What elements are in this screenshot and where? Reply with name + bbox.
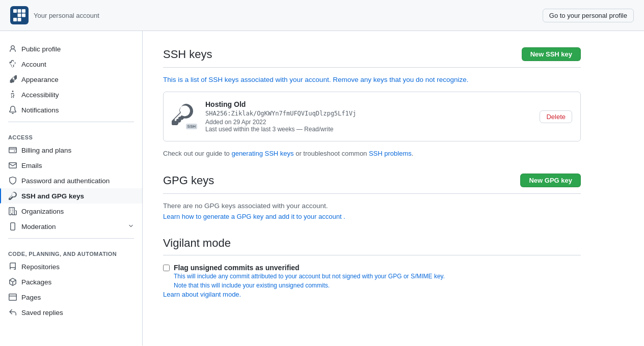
key-name: Hosting Old (205, 100, 531, 108)
chevron-down-icon (128, 223, 134, 230)
ssh-helper-text: Check out our guide to generating SSH ke… (163, 150, 581, 157)
svg-rect-5 (22, 14, 25, 17)
svg-rect-0 (13, 9, 17, 13)
vigilant-desc-line2: Note that this will include your existin… (174, 281, 445, 290)
key-icon (8, 191, 17, 200)
generating-ssh-keys-link[interactable]: generating SSH keys (231, 150, 293, 157)
helper-text-mid: or troubleshoot common (294, 150, 369, 157)
sidebar-item-label: SSH and GPG keys (21, 192, 84, 200)
ssh-section-header: SSH keys New SSH key (163, 47, 581, 61)
sidebar-item-public-profile[interactable]: Public profile (0, 41, 142, 56)
svg-rect-1 (18, 9, 21, 13)
access-section-label: Access (0, 126, 142, 142)
sidebar-item-saved-replies[interactable]: Saved replies (0, 305, 142, 320)
sidebar-item-label: Organizations (21, 208, 64, 215)
key-hash: SHA256:Ziklak/OgKWYn7fmUFQVIuqDlzpg5Lf1V… (205, 110, 531, 117)
sidebar-item-billing[interactable]: Billing and plans (0, 142, 142, 158)
helper-text-prefix: Check out our guide to (163, 150, 231, 157)
svg-rect-6 (13, 18, 17, 21)
mail-icon (8, 161, 17, 170)
sidebar-item-appearance[interactable]: Appearance (0, 72, 142, 87)
ssh-section-title: SSH keys (163, 48, 212, 61)
svg-rect-4 (18, 14, 21, 17)
sidebar-item-label: Password and authentication (21, 177, 110, 185)
sidebar-item-ssh-gpg[interactable]: SSH and GPG keys (0, 188, 142, 204)
vigilant-checkbox-label[interactable]: Flag unsigned commits as unverified (174, 264, 300, 272)
gpg-no-keys-text: There are no GPG keys associated with yo… (163, 202, 581, 210)
vigilant-desc-line1: This will include any commit attributed … (174, 272, 445, 281)
header-account-label: Your personal account (34, 12, 99, 19)
gpg-divider (163, 193, 581, 194)
sidebar-item-emails[interactable]: Emails (0, 158, 142, 173)
sidebar-divider (8, 122, 134, 122)
vigilant-learn-link[interactable]: Learn about vigilant mode. (163, 291, 241, 298)
sidebar-item-label: Moderation (21, 223, 56, 230)
sidebar-item-label: Packages (21, 278, 51, 286)
key-details: Hosting Old SHA256:Ziklak/OgKWYn7fmUFQVI… (205, 100, 531, 133)
ssh-key-card: SSH Hosting Old SHA256:Ziklak/OgKWYn7fmU… (163, 92, 581, 141)
key-icon-large (172, 104, 193, 125)
sidebar-item-label: Emails (21, 162, 42, 169)
sidebar-item-notifications[interactable]: Notifications (0, 102, 142, 118)
person-icon (8, 44, 17, 53)
creditcard-icon (8, 146, 17, 155)
delete-key-button[interactable]: Delete (540, 110, 572, 123)
ssh-badge: SSH (186, 124, 197, 129)
package-icon (8, 277, 17, 286)
key-added: Added on 29 Apr 2022 (205, 119, 531, 126)
sidebar-item-account[interactable]: Account (0, 56, 142, 72)
accessibility-icon (8, 90, 17, 99)
browser-icon (8, 293, 17, 302)
sidebar-item-label: Notifications (21, 106, 59, 114)
vigilant-section: Vigilant mode Flag unsigned commits as u… (163, 237, 581, 298)
paintbrush-icon (8, 75, 17, 84)
vigilant-checkbox[interactable] (163, 265, 170, 271)
new-ssh-key-button[interactable]: New SSH key (522, 47, 581, 61)
gpg-section-title: GPG keys (163, 174, 214, 187)
helper-text-end: . (412, 150, 414, 157)
sidebar-item-organizations[interactable]: Organizations (0, 204, 142, 219)
vigilant-title: Vigilant mode (163, 237, 581, 250)
main-content: SSH keys New SSH key This is a list of S… (143, 31, 601, 345)
sidebar-item-label: Pages (21, 294, 41, 301)
moderation-icon (8, 222, 17, 231)
page-layout: Public profile Account Appearance Access… (0, 31, 644, 345)
gear-icon (8, 60, 17, 69)
sidebar-item-label: Saved replies (21, 309, 63, 316)
ssh-key-icon-container: SSH (172, 104, 197, 129)
svg-rect-2 (22, 9, 25, 13)
sidebar-item-label: Billing and plans (21, 147, 71, 154)
sidebar: Public profile Account Appearance Access… (0, 31, 143, 345)
sidebar-item-label: Repositories (21, 263, 60, 271)
key-last-used: Last used within the last 3 weeks — Read… (205, 126, 531, 133)
sidebar-divider-2 (8, 238, 134, 239)
ssh-divider (163, 67, 581, 68)
avatar (10, 6, 29, 24)
svg-rect-7 (18, 18, 21, 21)
book-icon (8, 262, 17, 271)
vigilant-divider (163, 255, 581, 255)
gpg-learn-link[interactable]: Learn how to generate a GPG key and add … (163, 213, 581, 220)
sidebar-item-packages[interactable]: Packages (0, 274, 142, 290)
sidebar-item-accessibility[interactable]: Accessibility (0, 87, 142, 102)
sidebar-item-repositories[interactable]: Repositories (0, 259, 142, 274)
bell-icon (8, 105, 17, 114)
sidebar-item-moderation[interactable]: Moderation (0, 219, 142, 234)
code-section-label: Code, planning, and automation (0, 243, 142, 259)
sidebar-item-pages[interactable]: Pages (0, 290, 142, 305)
svg-rect-3 (13, 14, 17, 17)
sidebar-item-label: Public profile (21, 45, 61, 53)
sidebar-item-label: Account (21, 61, 46, 68)
header-left: Your personal account (10, 6, 99, 24)
sidebar-item-password-auth[interactable]: Password and authentication (0, 173, 142, 188)
ssh-problems-link[interactable]: SSH problems (369, 150, 412, 157)
gpg-section-header: GPG keys New GPG key (163, 174, 581, 187)
header: Your personal account Go to your persona… (0, 0, 644, 31)
ssh-info-text: This is a list of SSH keys associated wi… (163, 76, 581, 83)
svg-rect-8 (22, 18, 25, 21)
vigilant-checkbox-row: Flag unsigned commits as unverified This… (163, 264, 581, 290)
shield-icon (8, 176, 17, 185)
sidebar-item-label: Appearance (21, 76, 59, 83)
new-gpg-key-button[interactable]: New GPG key (520, 174, 581, 187)
go-to-profile-button[interactable]: Go to your personal profile (543, 9, 634, 22)
